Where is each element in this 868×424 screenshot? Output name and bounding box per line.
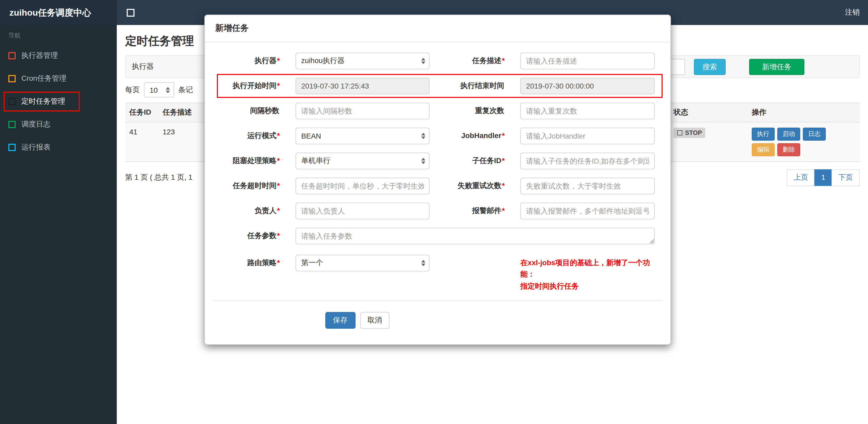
square-icon — [677, 130, 682, 135]
select-arrows-icon — [422, 260, 426, 266]
start-button[interactable]: 启动 — [777, 128, 800, 141]
sidebar-item-label: 运行报表 — [21, 143, 51, 152]
jobhandler-label: JobHandler* — [438, 128, 513, 140]
select-arrows-icon — [422, 58, 426, 64]
select-arrows-icon — [422, 133, 426, 139]
retry-count-label: 失败重试次数* — [438, 177, 513, 191]
form-row-run-mode: 运行模式* BEAN JobHandler* — [213, 128, 662, 144]
col-header-status: 状态 — [670, 103, 748, 122]
end-time-input[interactable] — [520, 77, 654, 94]
edit-button[interactable]: 编辑 — [752, 143, 775, 156]
child-jobid-input[interactable] — [520, 153, 654, 169]
sidebar-item-timed-task[interactable]: 定时任务管理 — [0, 90, 117, 113]
owner-label: 负责人* — [213, 203, 288, 216]
start-time-input[interactable] — [296, 77, 430, 94]
per-page-select[interactable]: 10 — [144, 82, 174, 97]
job-desc-label: 任务描述* — [438, 53, 513, 66]
form-row-interval: 间隔秒数 重复次数 — [213, 103, 662, 119]
square-icon — [8, 98, 16, 105]
page-1-button[interactable]: 1 — [814, 169, 832, 186]
pagination: 上页 1 下页 — [787, 169, 860, 186]
select-arrows-icon — [422, 158, 426, 164]
execute-button[interactable]: 执行 — [752, 128, 775, 141]
executor-filter-label: 执行器 — [132, 62, 154, 71]
job-params-textarea[interactable] — [296, 228, 655, 244]
job-params-label: 任务参数* — [213, 228, 288, 241]
sidebar-item-label: 执行器管理 — [21, 51, 58, 60]
form-row-exec-time: 执行开始时间* 执行结束时间 — [213, 77, 662, 94]
interval-input[interactable] — [296, 103, 430, 119]
pagination-summary: 第 1 页 ( 总共 1 页, 1 — [125, 173, 192, 182]
add-job-button[interactable]: 新增任务 — [749, 59, 804, 75]
logout-link[interactable]: 注销 — [845, 8, 868, 17]
row-op-buttons: 执行 启动 日志 编辑 删除 — [752, 128, 840, 156]
form-row-job-params: 任务参数* — [213, 228, 662, 247]
form-row-owner: 负责人* 报警邮件* — [213, 203, 662, 219]
child-jobid-label: 子任务ID* — [438, 153, 513, 166]
owner-input[interactable] — [296, 203, 430, 219]
form-row-timeout: 任务超时时间* 失败重试次数* — [213, 177, 662, 194]
per-page-prefix-label: 每页 — [125, 85, 140, 95]
retry-count-input[interactable] — [520, 177, 654, 194]
square-icon — [8, 52, 16, 59]
alarm-email-input[interactable] — [520, 203, 654, 219]
sidebar-item-label: 定时任务管理 — [21, 97, 65, 106]
repeat-count-input[interactable] — [520, 103, 654, 119]
select-arrows-icon — [166, 87, 170, 93]
search-button[interactable]: 搜索 — [694, 59, 726, 75]
col-header-job-id: 任务ID — [125, 103, 158, 122]
modal-footer: 保存 取消 — [205, 300, 671, 344]
status-badge: STOP — [674, 128, 706, 138]
sidebar-section-label: 导航 — [0, 25, 117, 44]
alarm-email-label: 报警邮件* — [438, 203, 513, 216]
sidebar-item-label: 调度日志 — [21, 120, 51, 129]
run-mode-label: 运行模式* — [213, 128, 288, 141]
add-job-modal: 新增任务 执行器* zuihou执行器 任务描述* 执行开始时间* — [204, 14, 671, 345]
sidebar-item-dispatch-log[interactable]: 调度日志 — [0, 113, 117, 136]
repeat-count-label: 重复次数 — [438, 103, 513, 116]
screen: zuihou任务调度中心 注销 导航 执行器管理 Cron任务管理 定时任务管理 — [0, 0, 868, 424]
form-row-block-strategy: 阻塞处理策略* 单机串行 子任务ID* — [213, 153, 662, 169]
route-strategy-label: 路由策略* — [213, 255, 288, 268]
run-mode-select[interactable]: BEAN — [296, 128, 430, 144]
app-brand: zuihou任务调度中心 — [0, 0, 117, 25]
cell-status: STOP — [670, 122, 748, 162]
block-strategy-select[interactable]: 单机串行 — [296, 153, 430, 169]
save-button[interactable]: 保存 — [325, 312, 355, 329]
executor-label: 执行器* — [213, 53, 288, 66]
next-page-button[interactable]: 下页 — [832, 169, 860, 186]
executor-select[interactable]: zuihou执行器 — [296, 53, 430, 69]
square-icon — [8, 121, 16, 128]
cancel-button[interactable]: 取消 — [360, 312, 390, 329]
start-time-label: 执行开始时间* — [213, 77, 288, 91]
per-page-suffix-label: 条记 — [178, 85, 193, 95]
timeout-input[interactable] — [296, 177, 430, 194]
sidebar-toggle-icon[interactable] — [127, 9, 134, 17]
sidebar-item-label: Cron任务管理 — [21, 74, 66, 83]
form-row-executor: 执行器* zuihou执行器 任务描述* — [213, 53, 662, 69]
sidebar: 导航 执行器管理 Cron任务管理 定时任务管理 调度日志 运行报表 — [0, 25, 117, 424]
log-button[interactable]: 日志 — [803, 128, 826, 141]
interval-label: 间隔秒数 — [213, 103, 288, 116]
timeout-label: 任务超时时间* — [213, 177, 288, 191]
delete-button[interactable]: 删除 — [777, 143, 800, 156]
square-icon — [8, 75, 16, 82]
form-row-route-strategy: 路由策略* 第一个 在xxl-jobs项目的基础上，新增了一个功能： 指定时间执… — [213, 255, 662, 292]
sidebar-menu: 执行器管理 Cron任务管理 定时任务管理 调度日志 运行报表 — [0, 44, 117, 159]
square-icon — [8, 144, 16, 151]
route-strategy-select[interactable]: 第一个 — [296, 255, 430, 271]
modal-body: 执行器* zuihou执行器 任务描述* 执行开始时间* 执行 — [205, 42, 671, 292]
sidebar-item-run-report[interactable]: 运行报表 — [0, 136, 117, 159]
modal-title: 新增任务 — [205, 15, 671, 42]
cell-job-id: 41 — [125, 122, 158, 162]
job-desc-input[interactable] — [520, 53, 654, 69]
sidebar-item-cron-task[interactable]: Cron任务管理 — [0, 67, 117, 90]
feature-note: 在xxl-jobs项目的基础上，新增了一个功能： 指定时间执行任务 — [513, 255, 662, 292]
cell-operation: 执行 启动 日志 编辑 删除 — [748, 122, 860, 162]
jobhandler-input[interactable] — [520, 128, 654, 144]
sidebar-item-executor-manage[interactable]: 执行器管理 — [0, 44, 117, 67]
prev-page-button[interactable]: 上页 — [787, 169, 815, 186]
col-header-operation: 操作 — [748, 103, 860, 122]
block-strategy-label: 阻塞处理策略* — [213, 153, 288, 166]
end-time-label: 执行结束时间 — [438, 77, 513, 91]
